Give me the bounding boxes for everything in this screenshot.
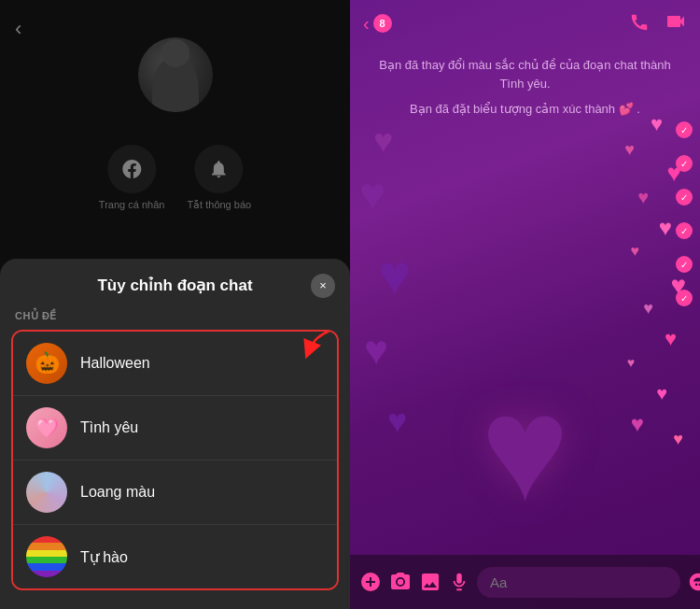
- add-icon: [359, 571, 382, 593]
- theme-list: 🎃 Halloween 🩷 Tình yêu Loang màu: [11, 330, 339, 590]
- check-2: ✓: [676, 155, 693, 172]
- right-header-actions: [629, 10, 687, 37]
- modal-header: Tùy chỉnh đoạn chat ×: [0, 259, 350, 304]
- theme-section-label: CHỦ ĐỀ: [0, 304, 350, 330]
- heart-m3: ♥: [378, 243, 412, 307]
- heart-s2: ♥: [624, 140, 635, 160]
- left-panel: ‹ Trang cá nhân Tắt thông báo: [0, 0, 350, 609]
- mic-button[interactable]: [449, 565, 469, 599]
- phone-svg: [629, 11, 650, 32]
- heart-s6: ♥: [631, 243, 640, 260]
- tie-dye-label: Loang màu: [80, 484, 155, 501]
- check-6: ✓: [676, 290, 693, 306]
- emoji-icon: [688, 572, 700, 592]
- camera-button[interactable]: [389, 565, 412, 599]
- heart-s10: ♥: [627, 355, 635, 370]
- phone-icon[interactable]: [629, 11, 650, 36]
- heart-s12: ♥: [631, 411, 644, 437]
- system-message-2: Bạn đã đặt biểu tượng cảm xúc thành 💕 .: [378, 100, 672, 119]
- pride-icon: [26, 536, 67, 577]
- heart-s13: ♥: [673, 430, 683, 449]
- theme-love[interactable]: 🩷 Tình yêu: [13, 396, 337, 460]
- tie-dye-icon: [26, 472, 67, 513]
- emoji-button[interactable]: [688, 565, 700, 599]
- camera-icon: [389, 571, 412, 593]
- image-button[interactable]: [419, 565, 441, 599]
- heart-s9: ♥: [665, 327, 677, 351]
- message-input[interactable]: [477, 567, 680, 598]
- theme-tie-dye[interactable]: Loang màu: [13, 460, 337, 525]
- modal-close-button[interactable]: ×: [311, 274, 335, 298]
- heart-m1: ♥: [373, 121, 393, 161]
- modal-overlay: Tùy chỉnh đoạn chat × CHỦ ĐỀ: [0, 0, 350, 609]
- check-5: ✓: [676, 256, 693, 273]
- heart-s5: ♥: [659, 215, 672, 241]
- theme-pride[interactable]: Tự hào: [13, 525, 337, 588]
- theme-halloween[interactable]: 🎃 Halloween: [13, 332, 337, 396]
- love-icon: 🩷: [26, 407, 67, 448]
- back-icon-right[interactable]: ‹: [363, 13, 370, 35]
- system-messages: Bạn đã thay đổi màu sắc chủ đề của đoạn …: [350, 56, 700, 126]
- check-marks: ✓ ✓ ✓ ✓ ✓ ✓: [676, 121, 693, 306]
- heart-s8: ♥: [643, 299, 653, 319]
- pride-label: Tự hào: [80, 548, 128, 566]
- halloween-emoji: 🎃: [35, 351, 60, 375]
- system-message-1: Bạn đã thay đổi màu sắc chủ đề của đoạn …: [378, 56, 672, 92]
- heart-s11: ♥: [656, 383, 667, 404]
- mic-icon: [449, 572, 469, 592]
- add-button[interactable]: [359, 565, 382, 599]
- video-svg: [665, 10, 687, 33]
- video-icon[interactable]: [665, 10, 687, 37]
- check-1: ✓: [676, 121, 693, 138]
- check-3: ✓: [676, 189, 693, 205]
- bottom-toolbar: ♥: [350, 555, 700, 609]
- heart-s4: ♥: [637, 187, 649, 208]
- modal-title: Tùy chỉnh đoạn chat: [97, 276, 252, 295]
- love-label: Tình yêu: [80, 419, 138, 436]
- heart-m5: ♥: [387, 402, 407, 441]
- heart-m4: ♥: [364, 327, 388, 374]
- halloween-label: Halloween: [80, 355, 150, 372]
- love-emoji: 🩷: [35, 417, 59, 439]
- image-icon: [419, 571, 441, 593]
- halloween-icon: 🎃: [26, 343, 67, 384]
- modal-sheet: Tùy chỉnh đoạn chat × CHỦ ĐỀ: [0, 259, 350, 609]
- unread-badge: 8: [373, 14, 392, 33]
- right-header: ‹ 8: [350, 0, 700, 47]
- right-panel: ‹ 8 Bạn đã thay đổi màu sắc chủ đề của đ…: [350, 0, 700, 609]
- check-4: ✓: [676, 222, 693, 239]
- heart-m2: ♥: [359, 168, 386, 220]
- big-heart: ♥: [481, 362, 569, 534]
